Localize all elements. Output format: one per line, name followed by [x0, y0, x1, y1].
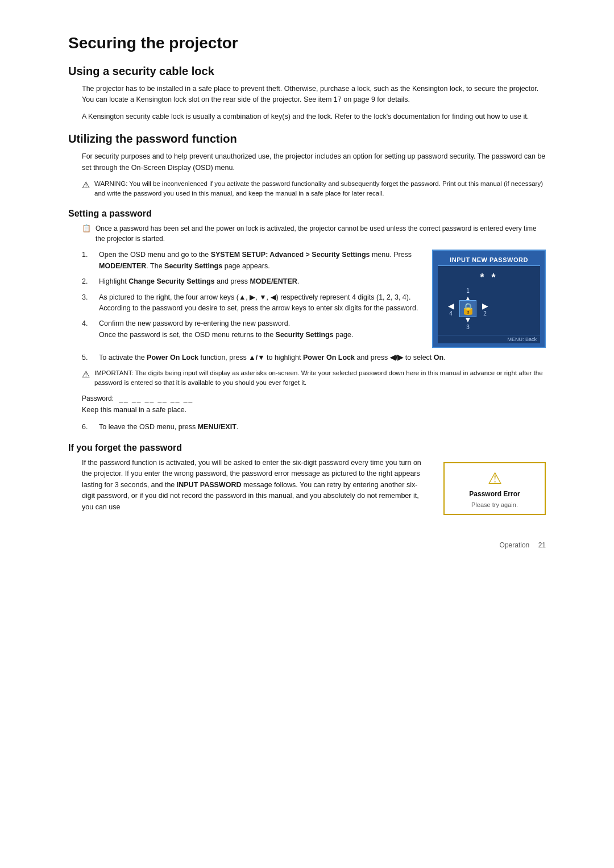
step-1-text: Open the OSD menu and go to the SYSTEM S…: [99, 250, 418, 272]
warning-text: WARNING: You will be inconvenienced if y…: [94, 179, 546, 199]
osd-cell-down: ▼ 3: [459, 315, 476, 329]
step-4-text: Confirm the new password by re-entering …: [99, 318, 418, 340]
osd-arrow-grid: 1 ▲ ◀ 4: [442, 288, 536, 329]
keep-manual-text: Keep this manual in a safe place.: [82, 405, 546, 416]
osd-cell-right: ▶ 2: [476, 302, 493, 315]
cable-lock-para-2: A Kensington security cable lock is usua…: [82, 111, 546, 122]
password-label: Password:: [82, 394, 114, 402]
important-triangle-icon: ⚠: [82, 369, 90, 380]
step-1: 1. Open the OSD menu and go to the SYSTE…: [82, 250, 418, 272]
step-6-text: To leave the OSD menu, press MENU/EXIT.: [99, 422, 546, 433]
osd-arrow-left: ◀: [448, 301, 454, 310]
forget-password-para: If the password function is activated, y…: [82, 458, 430, 513]
note-box-password: 📋 Once a password has been set and the p…: [82, 223, 546, 244]
password-error-subtitle: Please try again.: [453, 501, 537, 508]
important-box: ⚠ IMPORTANT: The digits being input will…: [82, 368, 546, 388]
osd-cell-empty-br: [476, 315, 493, 329]
osd-arrow-right: ▶: [482, 301, 488, 310]
osd-asterisks: * *: [442, 272, 536, 284]
step-5-num: 5.: [82, 352, 93, 363]
osd-title: INPUT NEW PASSWORD: [438, 254, 540, 266]
step-5: 5. To activate the Power On Lock functio…: [82, 352, 546, 363]
forget-password-content: If the password function is activated, y…: [82, 458, 546, 518]
footer-label: Operation: [500, 541, 530, 549]
section-password-function: Utilizing the password function For secu…: [68, 132, 546, 198]
osd-cell-empty-tl: [442, 288, 459, 302]
warning-box: ⚠ WARNING: You will be inconvenienced if…: [82, 179, 546, 199]
step-2: 2. Highlight Change Security Settings an…: [82, 276, 418, 287]
osd-num-1: 1: [464, 288, 472, 294]
page-title: Securing the projector: [68, 34, 546, 52]
warning-triangle-icon: ⚠: [82, 180, 90, 190]
cable-lock-para-1: The projector has to be installed in a s…: [82, 84, 546, 106]
osd-box: INPUT NEW PASSWORD * * 1 ▲: [432, 250, 546, 348]
step-6: 6. To leave the OSD menu, press MENU/EXI…: [82, 422, 546, 433]
note-icon: 📋: [82, 224, 91, 232]
subsection-title-forget-password: If you forget the password: [68, 443, 546, 453]
osd-cell-left: ◀ 4: [442, 302, 459, 315]
steps-container: 1. Open the OSD menu and go to the SYSTE…: [82, 250, 546, 348]
osd-footer: MENU: Back: [438, 335, 540, 343]
osd-cell-empty-bl: [442, 315, 459, 329]
password-error-box: ⚠ Password Error Please try again.: [443, 462, 546, 515]
steps-list: 1. Open the OSD menu and go to the SYSTE…: [82, 250, 418, 345]
section-cable-lock: Using a security cable lock The projecto…: [68, 65, 546, 122]
section-title-password-function: Utilizing the password function: [68, 132, 546, 146]
page-footer: Operation 21: [68, 541, 546, 549]
section-title-cable-lock: Using a security cable lock: [68, 65, 546, 78]
step-2-text: Highlight Change Security Settings and p…: [99, 276, 418, 287]
step-1-num: 1.: [82, 250, 93, 272]
section-forget-password: If you forget the password If the passwo…: [68, 443, 546, 518]
password-blanks: __ __ __ __ __ __: [119, 394, 193, 402]
important-text: IMPORTANT: The digits being input will d…: [94, 368, 546, 388]
osd-num-3: 3: [464, 324, 472, 330]
step-4: 4. Confirm the new password by re-enteri…: [82, 318, 418, 340]
osd-body: * * 1 ▲: [438, 266, 540, 335]
step-2-num: 2.: [82, 276, 93, 287]
osd-image: INPUT NEW PASSWORD * * 1 ▲: [432, 250, 546, 348]
step-6-num: 6.: [82, 422, 93, 433]
step-3: 3. As pictured to the right, the four ar…: [82, 292, 418, 314]
step-5-text: To activate the Power On Lock function, …: [99, 352, 546, 363]
footer-page: 21: [538, 541, 546, 549]
osd-cell-center: 🔒: [459, 302, 476, 315]
section-setting-password: Setting a password 📋 Once a password has…: [68, 209, 546, 433]
note-text-password: Once a password has been set and the pow…: [96, 223, 546, 244]
password-error-title: Password Error: [453, 490, 537, 498]
osd-lock-icon: 🔒: [461, 302, 475, 315]
password-line: Password: __ __ __ __ __ __: [82, 394, 546, 402]
subsection-title-setting-password: Setting a password: [68, 209, 546, 219]
step-3-num: 3.: [82, 292, 93, 314]
password-function-para: For security purposes and to help preven…: [82, 151, 546, 173]
osd-cell-empty-tr: [476, 288, 493, 302]
step-3-text: As pictured to the right, the four arrow…: [99, 292, 418, 314]
step-4-num: 4.: [82, 318, 93, 340]
osd-arrow-down: ▼: [464, 315, 472, 324]
password-error-triangle-icon: ⚠: [453, 469, 537, 488]
